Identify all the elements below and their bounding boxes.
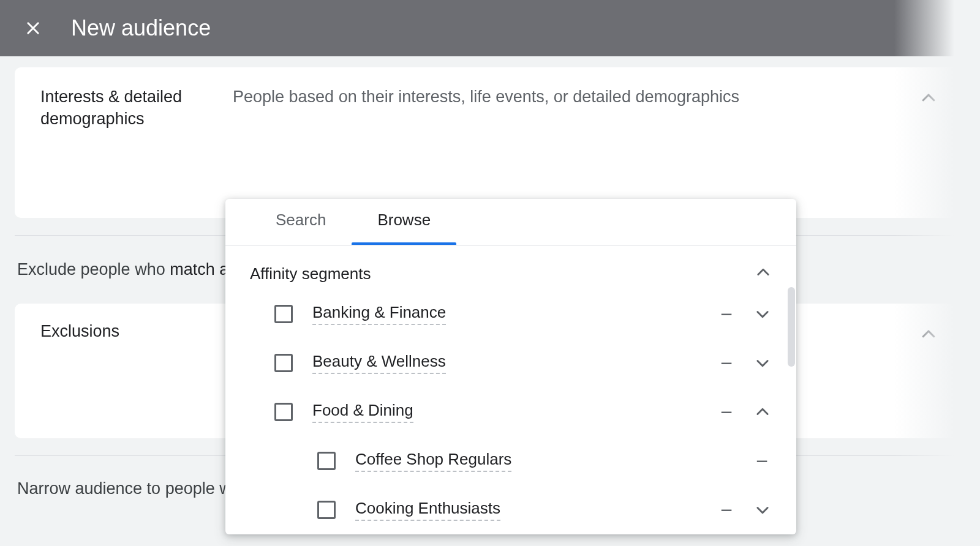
content-area: Interests & detailed demographics People… (0, 56, 980, 498)
tab-browse[interactable]: Browse (352, 208, 456, 245)
exclusions-title: Exclusions (40, 322, 119, 341)
segment-item-label[interactable]: Cooking Enthusiasts (355, 499, 500, 521)
checkbox[interactable] (274, 354, 293, 372)
expand-button[interactable] (753, 305, 772, 323)
dropdown-body: Affinity segments Banking & Finance − (225, 245, 796, 534)
exclude-text-prefix: Exclude people who (17, 260, 170, 279)
collapse-button[interactable] (753, 403, 772, 421)
chevron-up-icon (754, 403, 771, 421)
expand-button[interactable] (753, 501, 772, 519)
remove-button[interactable]: − (752, 451, 772, 471)
interests-card: Interests & detailed demographics People… (15, 67, 965, 218)
chevron-up-icon (919, 89, 938, 107)
browse-dropdown-panel: Search Browse Affinity segments Banking … (225, 199, 796, 534)
segment-child-item[interactable]: Cooking Enthusiasts − (225, 485, 796, 534)
segment-item[interactable]: Banking & Finance − (225, 290, 796, 338)
interests-title: Interests & detailed demographics (40, 86, 194, 130)
segment-item[interactable]: Food & Dining − (225, 387, 796, 436)
remove-button[interactable]: − (717, 499, 736, 520)
segment-collapse-button[interactable] (755, 264, 772, 283)
remove-button[interactable]: − (717, 304, 736, 324)
checkbox[interactable] (274, 305, 293, 323)
chevron-down-icon (754, 354, 771, 372)
checkbox[interactable] (317, 452, 336, 470)
checkbox[interactable] (317, 501, 336, 519)
segment-item-label[interactable]: Banking & Finance (312, 303, 446, 325)
segment-title: Affinity segments (250, 264, 371, 283)
chevron-down-icon (754, 305, 771, 323)
interests-description: People based on their interests, life ev… (233, 86, 877, 108)
exclusions-collapse-button[interactable] (916, 322, 941, 346)
chevron-up-icon (755, 264, 772, 281)
remove-button[interactable]: − (717, 402, 736, 422)
segment-child-item[interactable]: Coffee Shop Regulars − (225, 436, 796, 485)
page-title: New audience (71, 15, 211, 41)
close-icon[interactable] (24, 20, 42, 37)
segment-item-label[interactable]: Coffee Shop Regulars (355, 450, 511, 472)
chevron-up-icon (919, 325, 938, 343)
modal-header: New audience (0, 0, 980, 56)
segment-item-label[interactable]: Beauty & Wellness (312, 352, 446, 374)
expand-button[interactable] (753, 354, 772, 372)
affinity-segments-header[interactable]: Affinity segments (225, 245, 796, 290)
segment-item-label[interactable]: Food & Dining (312, 401, 413, 423)
dropdown-tabs: Search Browse (225, 199, 796, 245)
chevron-down-icon (754, 501, 771, 518)
tab-search[interactable]: Search (250, 208, 352, 245)
segment-item[interactable]: Beauty & Wellness − (225, 338, 796, 387)
checkbox[interactable] (274, 403, 293, 421)
scrollbar-thumb[interactable] (788, 287, 795, 367)
interests-collapse-button[interactable] (916, 86, 941, 110)
remove-button[interactable]: − (717, 353, 736, 373)
